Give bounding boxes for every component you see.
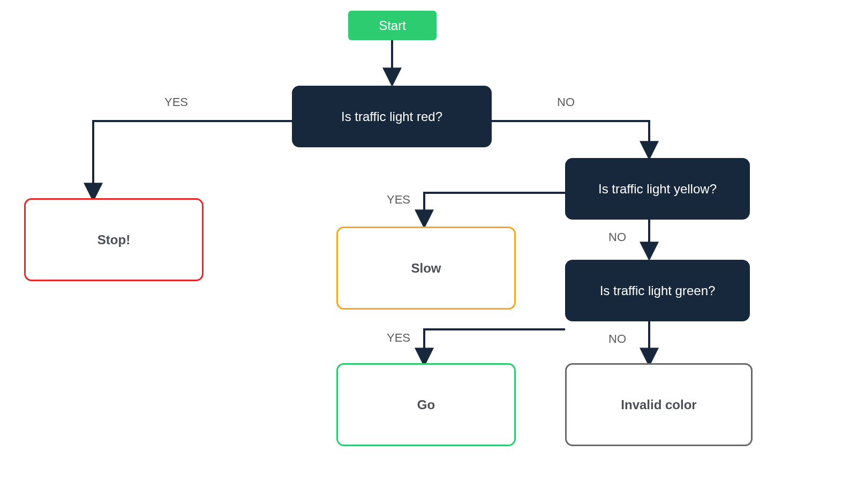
node-start-label: Start [379, 18, 406, 33]
label-d3-yes: YES [387, 331, 410, 345]
node-decision-red: Is traffic light red? [292, 86, 492, 147]
node-result-stop: Stop! [24, 198, 204, 281]
edge-d1-stop [93, 121, 292, 198]
node-decision-green-label: Is traffic light green? [600, 283, 716, 298]
node-start: Start [348, 11, 437, 40]
node-result-slow: Slow [336, 227, 516, 310]
label-d1-yes: YES [164, 95, 188, 109]
label-d3-no: NO [608, 332, 626, 346]
node-result-stop-label: Stop! [97, 232, 130, 247]
label-d2-yes: YES [387, 193, 410, 207]
node-result-go-label: Go [417, 397, 435, 412]
node-decision-green: Is traffic light green? [565, 260, 750, 321]
label-d2-no: NO [608, 230, 626, 244]
node-decision-yellow-label: Is traffic light yellow? [598, 182, 717, 197]
flowchart-canvas: Start Is traffic light red? Stop! Is tra… [0, 0, 857, 504]
node-result-invalid: Invalid color [565, 363, 753, 446]
node-result-slow-label: Slow [411, 261, 441, 276]
node-result-go: Go [336, 363, 516, 446]
edge-d1-d2 [492, 121, 649, 156]
edge-d2-slow [424, 193, 565, 225]
node-decision-red-label: Is traffic light red? [341, 109, 442, 124]
node-decision-yellow: Is traffic light yellow? [565, 158, 750, 220]
node-result-invalid-label: Invalid color [621, 397, 696, 412]
edge-d3-go [424, 329, 565, 363]
label-d1-no: NO [557, 95, 575, 109]
